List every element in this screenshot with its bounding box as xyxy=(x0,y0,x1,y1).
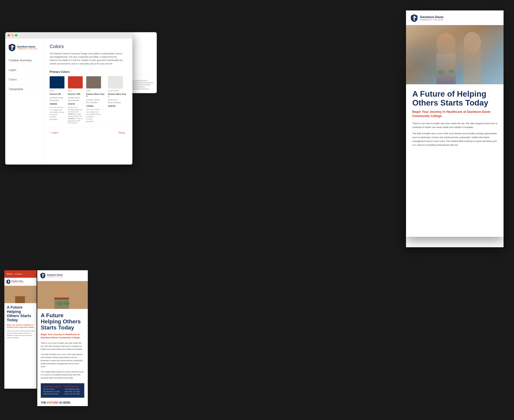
bs-headline: A Future Helping Others Starts Today xyxy=(37,309,88,333)
svg-point-7 xyxy=(448,69,454,73)
svg-point-1 xyxy=(463,32,481,53)
brochure-small-img xyxy=(37,281,88,309)
swatch-gray: GRAY Pantone Warm Gray 9 C23 M32 Y34 K51… xyxy=(86,76,105,124)
browser-content: Davidson-Davie COMMUNITY COLLEGE Creativ… xyxy=(5,38,132,165)
swatch-box-navy xyxy=(50,76,64,89)
swatch-note-gray: This color is WCAG AA compliant and has … xyxy=(86,108,101,123)
swatch-note-red: Not WCAG AA compliant; please use PANTON… xyxy=(68,106,83,124)
swatch-type-red: RED xyxy=(68,90,83,92)
bs-logo-sub: COMMUNITY COLLEGE xyxy=(47,276,63,278)
sidebar-item-typography[interactable]: Typography xyxy=(9,84,40,94)
swatch-hex-red: #F15740 xyxy=(68,103,83,105)
prev-nav-label: Logos xyxy=(52,131,58,134)
swatch-pantone-gray: Pantone Warm Gray 9 xyxy=(86,93,105,97)
bs-davidson-address: 297 DCC RoadThomasville, NC 27360phone: … xyxy=(43,388,61,395)
bs-davie-label: DAVIE CAMPUS xyxy=(65,386,80,387)
banner-logo-section: Davidson-Davie COMMUNITY COLLEGE xyxy=(4,278,37,286)
swatch-type-gray: GRAY xyxy=(86,90,105,92)
banner-text-body: There's a lot more to health care than m… xyxy=(7,330,34,339)
brochure-small-main: Davidson-Davie COMMUNITY COLLEGE A Futur… xyxy=(37,270,88,406)
swatch-pantone-lightgray: Pantone Warm Gray 1 xyxy=(108,93,126,97)
page-description: The Davidson-Davie Community College col… xyxy=(50,52,123,66)
swatch-pantone-navy: Pantone 295 xyxy=(50,93,64,95)
bs-davie-address: 1205 Salisbury RoadMocksville, NC 27028p… xyxy=(65,388,80,395)
swatch-hex-gray: #7263SD xyxy=(86,105,105,107)
primary-colors-heading: Primary Colors xyxy=(50,70,126,74)
sidebar-item-colors[interactable]: Colors xyxy=(9,75,40,84)
bs-future-highlight: FUTURE xyxy=(47,401,58,404)
swatch-navy: NAVY Pantone 295 C100 M69 Y8 K54R0 G45 B… xyxy=(50,76,64,124)
bs-text-3: The medical field continues to grow and … xyxy=(37,370,88,382)
next-nav-button[interactable]: Typog... xyxy=(118,131,126,134)
banner-logo-sub: COMMUNITY COLLEGE xyxy=(11,282,24,283)
swatch-red: RED Pantone 7625 C0 M82 Y80 K0R241 G87 B… xyxy=(68,76,83,124)
poster-logo-text: Davidson-Davie COMMUNITY COLLEGE xyxy=(420,15,443,21)
sidebar-item-creative-summary[interactable]: Creative Summary xyxy=(9,56,40,65)
swatch-values-red: C0 M82 Y80 K0R241 G87 B64 xyxy=(68,97,83,102)
banner-shield-icon xyxy=(7,279,10,284)
bs-davidson-label: DAVIDSON CAMPUS xyxy=(43,386,61,387)
brochure-red-banner: Admiss... success... Davidson-Davie COMM… xyxy=(4,270,37,389)
bs-text-1: There's a lot more to health care than m… xyxy=(37,342,88,353)
close-button[interactable] xyxy=(8,34,10,36)
svg-point-15 xyxy=(56,301,63,306)
minimize-button[interactable] xyxy=(11,34,14,36)
swatch-box-gray xyxy=(86,76,101,89)
poster-headline: A Future of Helping Others Starts Today xyxy=(412,90,497,107)
swatch-note-navy: This color is WCAG AA compliant and has … xyxy=(50,106,64,120)
logo-sub: COMMUNITY COLLEGE xyxy=(17,48,37,50)
poster-subheadline: Begin Your Journey in Healthcare at Davi… xyxy=(412,110,497,118)
page-title: Colors xyxy=(50,44,126,49)
svg-point-6 xyxy=(438,70,444,74)
bs-davidson-campus: DAVIDSON CAMPUS 297 DCC RoadThomasville,… xyxy=(43,386,61,395)
sidebar-nav: Creative Summary Logos Colors Typography xyxy=(5,56,43,94)
svg-rect-5 xyxy=(437,54,456,84)
svg-point-16 xyxy=(63,301,70,305)
bs-davie-campus: DAVIE CAMPUS 1205 Salisbury RoadMocksvil… xyxy=(65,386,80,395)
browser-titlebar xyxy=(5,32,132,38)
bs-campus-box: DAVIDSON CAMPUS 297 DCC RoadThomasville,… xyxy=(41,383,84,398)
poster-body: A Future of Helping Others Starts Today … xyxy=(406,84,504,155)
poster-header: Davidson-Davie COMMUNITY COLLEGE xyxy=(406,10,504,25)
swatch-hex-navy: #002D5B xyxy=(50,103,64,105)
bs-text-2: The field of health care is one of the m… xyxy=(37,353,88,370)
svg-point-3 xyxy=(437,33,456,56)
brochure-small-shield-icon xyxy=(40,273,45,279)
sidebar-logo: Davidson-Davie COMMUNITY COLLEGE xyxy=(5,42,43,56)
chevron-left-icon: « xyxy=(50,131,51,134)
swatch-box-red xyxy=(68,76,83,89)
sidebar-logo-text: Davidson-Davie COMMUNITY COLLEGE xyxy=(17,45,37,50)
swatch-values-gray: C23 M32 Y34 K51R114 G99 B93 xyxy=(86,98,105,104)
svg-rect-4 xyxy=(437,52,456,84)
poster-large: Davidson-Davie COMMUNITY COLLEGE xyxy=(406,10,504,237)
svg-rect-10 xyxy=(15,296,25,303)
poster-logo-sub: COMMUNITY COLLEGE xyxy=(420,19,443,21)
banner-red-section: Admiss... success... xyxy=(4,270,37,278)
logo-name: Davidson-Davie xyxy=(17,45,37,48)
bs-campus-row: DAVIDSON CAMPUS 297 DCC RoadThomasville,… xyxy=(43,386,82,395)
poster-text-1: There's a lot more to health care than m… xyxy=(412,121,497,129)
swatch-pantone-red: Pantone 7625 xyxy=(68,93,83,95)
banner-logo: Davidson-Davie COMMUNITY COLLEGE xyxy=(7,279,35,284)
banner-subheadline: Begin Your Journey in Healthcare at Davi… xyxy=(7,324,34,328)
svg-rect-0 xyxy=(406,25,504,84)
prev-nav-button[interactable]: « Logos xyxy=(50,131,58,134)
svg-rect-2 xyxy=(463,49,481,84)
swatch-values-lightgray: C3 M3 Y6 K7R228 G225 B220 xyxy=(108,98,126,104)
browser-window: Davidson-Davie COMMUNITY COLLEGE Creativ… xyxy=(5,32,132,165)
swatch-lightgray: LIGHT GRAY Pantone Warm Gray 1 C3 M3 Y6 … xyxy=(108,76,126,124)
swatch-values-navy: C100 M69 Y8 K54R0 G45 B91 xyxy=(50,97,64,102)
swatch-hex-lightgray: #E4E1DC xyxy=(108,105,126,107)
maximize-button[interactable] xyxy=(15,34,17,36)
bs-subheadline: Begin Your Journey in Healthcare at Davi… xyxy=(37,333,88,342)
sidebar-item-logos[interactable]: Logos xyxy=(9,65,40,75)
banner-hero-img xyxy=(4,286,37,303)
bs-logo-name: Davidson-Davie xyxy=(47,274,63,276)
banner-body: A Future Helping Others Starts Today Beg… xyxy=(4,303,37,341)
colors-page: Colors The Davidson-Davie Community Coll… xyxy=(44,38,132,165)
swatch-type-navy: NAVY xyxy=(50,90,64,92)
poster-logo-name: Davidson-Davie xyxy=(420,15,443,19)
banner-headline: A Future Helping Others Starts Today xyxy=(7,305,34,322)
next-nav-label: Typog... xyxy=(118,131,126,134)
logo-shield-icon xyxy=(9,44,15,51)
